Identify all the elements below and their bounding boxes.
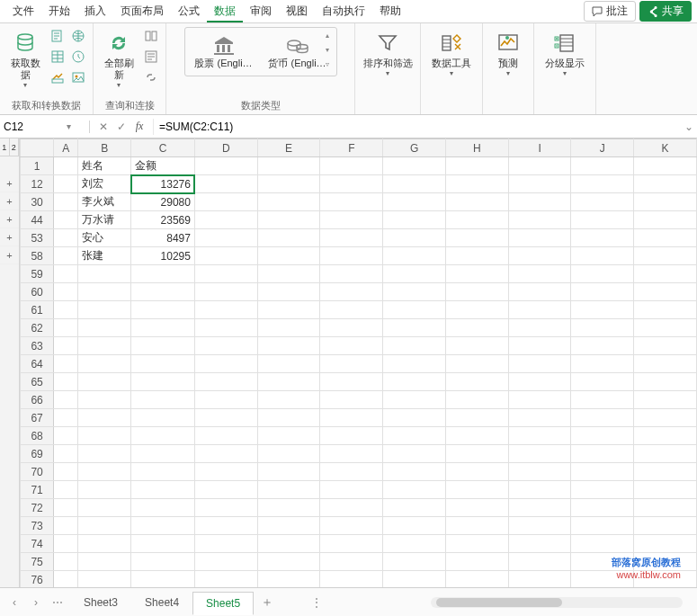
cell-E64[interactable] [257,355,320,373]
cell-G1[interactable] [383,157,446,175]
cell-C70[interactable] [131,463,195,481]
row-header[interactable]: 1 [21,157,54,175]
cell-A72[interactable] [54,499,78,517]
menu-item-0[interactable]: 文件 [5,1,41,21]
cell-I30[interactable] [508,193,571,211]
cell-K68[interactable] [634,427,697,445]
cell-E70[interactable] [257,463,320,481]
name-box[interactable]: ▾ [0,121,90,133]
cell-D69[interactable] [194,445,257,463]
cell-G68[interactable] [383,427,446,445]
sheet-tab-Sheet4[interactable]: Sheet4 [131,591,192,614]
cell-A12[interactable] [54,175,78,193]
tab-list-button[interactable]: ⋯ [49,594,67,612]
cell-J68[interactable] [571,427,634,445]
cell-D68[interactable] [194,427,257,445]
cell-I59[interactable] [508,265,571,283]
cell-A53[interactable] [54,229,78,247]
cell-I44[interactable] [508,211,571,229]
cell-B59[interactable] [78,265,131,283]
cell-I76[interactable] [508,571,571,588]
cell-F65[interactable] [320,373,383,391]
cell-D60[interactable] [194,283,257,301]
cell-K64[interactable] [634,355,697,373]
cell-H53[interactable] [445,229,508,247]
cell-G71[interactable] [383,481,446,499]
cell-I60[interactable] [508,283,571,301]
cell-H74[interactable] [445,535,508,553]
column-header-K[interactable]: K [634,139,697,157]
cell-C71[interactable] [131,481,195,499]
column-header-C[interactable]: C [131,139,195,157]
cell-B68[interactable] [78,427,131,445]
cell-K63[interactable] [634,337,697,355]
cell-E73[interactable] [257,517,320,535]
cell-D70[interactable] [194,463,257,481]
stocks-type-button[interactable]: 股票 (Engli… [189,31,259,72]
cell-I72[interactable] [508,499,571,517]
cell-D66[interactable] [194,391,257,409]
cell-I58[interactable] [508,247,571,265]
cell-J12[interactable] [571,175,634,193]
column-header-J[interactable]: J [571,139,634,157]
cell-D63[interactable] [194,337,257,355]
cell-I64[interactable] [508,355,571,373]
cell-E75[interactable] [257,553,320,571]
cell-H58[interactable] [445,247,508,265]
cell-H75[interactable] [445,553,508,571]
cell-G53[interactable] [383,229,446,247]
cell-C63[interactable] [131,337,195,355]
cell-K70[interactable] [634,463,697,481]
cell-H63[interactable] [445,337,508,355]
cell-C12[interactable]: 13276 [131,175,195,193]
cell-I1[interactable] [508,157,571,175]
cell-E69[interactable] [257,445,320,463]
cell-E1[interactable] [257,157,320,175]
cell-H71[interactable] [445,481,508,499]
existing-conn-button[interactable] [49,68,67,86]
cell-G63[interactable] [383,337,446,355]
share-button[interactable]: 共享 [639,1,692,22]
cell-F64[interactable] [320,355,383,373]
cell-A68[interactable] [54,427,78,445]
cell-J65[interactable] [571,373,634,391]
from-text-button[interactable] [49,27,67,45]
cell-D76[interactable] [194,571,257,588]
cell-F1[interactable] [320,157,383,175]
cell-J69[interactable] [571,445,634,463]
add-sheet-button[interactable]: ＋ [257,594,277,611]
cell-A64[interactable] [54,355,78,373]
cell-A66[interactable] [54,391,78,409]
row-header[interactable]: 30 [21,193,54,211]
cell-C64[interactable] [131,355,195,373]
refresh-all-button[interactable]: 全部刷新 ▾ [99,27,139,93]
column-header-I[interactable]: I [508,139,571,157]
outline-expand-3[interactable]: + [0,228,19,246]
cell-I61[interactable] [508,301,571,319]
cell-F58[interactable] [320,247,383,265]
outline-button[interactable]: 分级显示 ▾ [540,27,590,81]
recent-sources-button[interactable] [69,48,87,66]
row-header[interactable]: 72 [21,499,54,517]
cell-E63[interactable] [257,337,320,355]
row-header[interactable]: 67 [21,409,54,427]
cell-G70[interactable] [383,463,446,481]
cell-C65[interactable] [131,373,195,391]
get-data-button[interactable]: 获取数 据 ▾ [5,27,45,93]
outline-expand-2[interactable]: + [0,210,19,228]
cell-E30[interactable] [257,193,320,211]
cell-G65[interactable] [383,373,446,391]
cell-D30[interactable] [194,193,257,211]
sheet-tab-Sheet5[interactable]: Sheet5 [192,592,254,615]
cell-D59[interactable] [194,265,257,283]
cell-D1[interactable] [194,157,257,175]
cell-J62[interactable] [571,319,634,337]
cell-D75[interactable] [194,553,257,571]
cell-B71[interactable] [78,481,131,499]
cell-J71[interactable] [571,481,634,499]
edit-links-button[interactable] [142,68,160,86]
cell-H73[interactable] [445,517,508,535]
cell-J63[interactable] [571,337,634,355]
cell-K67[interactable] [634,409,697,427]
formula-expand-button[interactable]: ⌄ [681,121,697,133]
